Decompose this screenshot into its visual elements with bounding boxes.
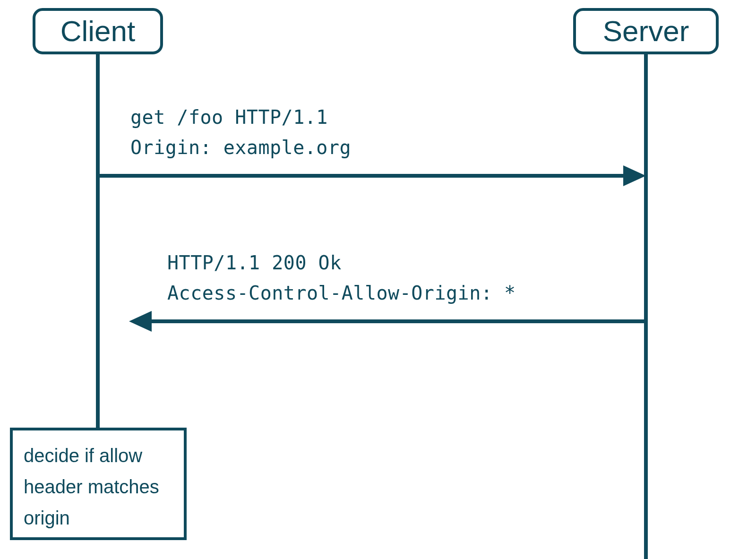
note-line-2: header matches <box>24 476 159 497</box>
server-actor: Server <box>575 9 717 53</box>
note-line-1: decide if allow <box>24 445 142 466</box>
response-message: HTTP/1.1 200 Ok Access-Control-Allow-Ori… <box>167 252 515 304</box>
request-line-2: Origin: example.org <box>130 137 351 158</box>
arrowhead-left-icon <box>129 311 152 332</box>
arrowhead-right-icon <box>623 165 646 186</box>
request-message: get /foo HTTP/1.1 Origin: example.org <box>130 106 351 158</box>
client-actor: Client <box>34 9 162 53</box>
client-label: Client <box>60 15 136 47</box>
response-arrow <box>129 311 646 332</box>
request-line-1: get /foo HTTP/1.1 <box>130 106 328 128</box>
note-line-3: origin <box>24 507 70 528</box>
decision-note: decide if allow header matches origin <box>11 429 185 539</box>
response-line-1: HTTP/1.1 200 Ok <box>167 252 342 274</box>
cors-sequence-diagram: Client Server get /foo HTTP/1.1 Origin: … <box>0 0 756 559</box>
request-arrow <box>98 165 646 186</box>
response-line-2: Access-Control-Allow-Origin: * <box>167 282 515 304</box>
server-label: Server <box>603 15 689 47</box>
